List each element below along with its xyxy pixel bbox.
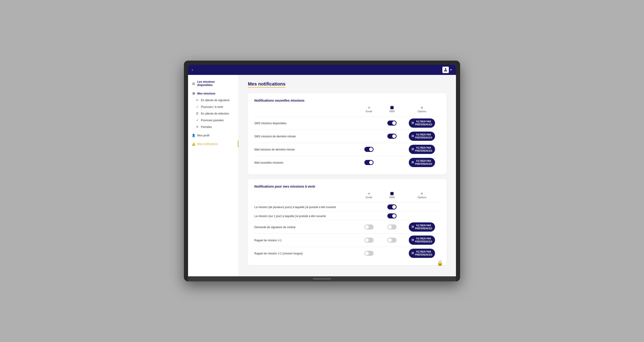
sidebar-label-mon-profil: Mon profil — [197, 134, 210, 137]
filter-btn-rappel-j1-longue[interactable]: ⊟ FILTRER PAR PRÉFÉRENCES — [409, 249, 435, 258]
notif-sms-toggle-rappel-j1[interactable] — [380, 238, 404, 243]
filter-btn-sms-dispo[interactable]: ⊟ FILTRER PAR PRÉFÉRENCES — [409, 118, 435, 128]
toggle-sms-signature-contrat[interactable] — [387, 225, 396, 230]
options-header-label-1: Options — [418, 110, 426, 113]
pourvues-passees-icon: ✓ — [196, 118, 199, 122]
notif-label-text-1-jour: La mission (sur 1 jour) à laquelle j'ai … — [254, 215, 326, 218]
sidebar-item-mes-missions-parent[interactable]: ⊞ Mes missions — [188, 90, 238, 97]
notif-header-options-2: ⚙ Options — [404, 192, 440, 199]
filter-btn-rappel-j1[interactable]: ⊟ FILTRER PAR PRÉFÉRENCES — [409, 236, 435, 245]
sidebar-section-mes-missions: ⊞ Mes missions ✏ En attente de signature… — [188, 90, 238, 130]
filter-label-sms-derniere: FILTRER PAR PRÉFÉRENCES — [415, 133, 432, 139]
pourvues-icon: ✓ — [196, 105, 199, 109]
notif-email-toggle-mail-nouvelles[interactable] — [358, 160, 380, 165]
mes-notifications-icon: 🔔 — [192, 142, 196, 146]
sidebar-section-mes-notifications: 🔔 Mes notifications — [188, 140, 238, 147]
filter-btn-signature-contrat[interactable]: ⊟ FILTRER PAR PRÉFÉRENCES — [409, 222, 435, 232]
toggle-email-mail-nouvelles[interactable] — [364, 160, 374, 165]
notif-email-toggle-rappel-j1-longue[interactable] — [358, 251, 380, 256]
toggle-sms-1-jour[interactable] — [387, 213, 396, 219]
notif-header-email-1: ✉ Email — [358, 106, 380, 113]
notif-row-label-mail-derniere: Mail missions de dernière minute — [254, 147, 358, 151]
toggle-slider-sms-rappel-j1 — [387, 238, 396, 243]
filter-icon-rappel-j1-longue: ⊟ — [412, 251, 414, 255]
notif-label-text-sms-dispo: SMS missions disponibles — [254, 122, 286, 125]
notif-row-label-mail-nouvelles: Mail nouvelles missions — [254, 160, 358, 164]
notif-email-toggle-rappel-j1[interactable] — [358, 238, 380, 243]
section-card-missions-a-venir: Notifications pour mes missions à venir … — [248, 179, 447, 265]
notif-filter-sms-derniere[interactable]: ⊟ FILTRER PAR PRÉFÉRENCES — [404, 132, 440, 141]
notif-filter-rappel-j1[interactable]: ⊟ FILTRER PAR PRÉFÉRENCES — [404, 236, 440, 245]
sidebar-item-mes-notifications[interactable]: 🔔 Mes notifications — [188, 140, 238, 147]
sms-header-icon-2 — [390, 192, 394, 195]
avatar-dropdown-arrow[interactable]: ▼ — [450, 68, 452, 71]
notif-filter-mail-derniere[interactable]: ⊟ FILTRER PAR PRÉFÉRENCES — [404, 145, 440, 154]
notif-row-label-rappel-j1: Rappel de mission J-1 — [254, 238, 358, 242]
sidebar-item-mon-profil[interactable]: 👤 Mon profil — [188, 132, 238, 139]
email-header-label-1: Email — [366, 110, 372, 113]
notif-filter-mail-nouvelles[interactable]: ⊟ FILTRER PAR PRÉFÉRENCES — [404, 158, 440, 167]
sidebar-section-missions-disponibles: ▤ Les missions disponibles — [188, 79, 238, 88]
notif-email-toggle-mail-derniere[interactable] — [358, 147, 380, 152]
toggle-email-rappel-j1-longue[interactable] — [364, 251, 374, 256]
notif-row-label-signature-contrat: Demande de signature de contrat — [254, 225, 358, 229]
notif-row-mission-plusieurs-jours: La mission (de plusieurs jours) à laquel… — [254, 202, 440, 211]
sidebar-label-fermees: Fermées — [201, 125, 212, 129]
toggle-sms-derniere[interactable] — [387, 134, 396, 139]
notif-label-text-sms-derniere: SMS missions de dernière minute — [254, 135, 296, 138]
mes-missions-icon: ⊞ — [192, 92, 196, 95]
filter-icon-sms-derniere: ⊟ — [412, 134, 414, 138]
back-button[interactable]: ‹ — [192, 68, 193, 72]
notif-row-label-plusieurs-jours: La mission (de plusieurs jours) à laquel… — [254, 205, 358, 209]
notif-filter-sms-dispo[interactable]: ⊟ FILTRER PAR PRÉFÉRENCES — [404, 118, 440, 128]
notif-row-mission-1-jour: La mission (sur 1 jour) à laquelle j'ai … — [254, 211, 440, 220]
sidebar-item-pourvues-passees[interactable]: ✓ Pourvues passées — [188, 117, 238, 123]
notif-sms-toggle-sms-derniere[interactable] — [380, 134, 404, 139]
section-card-nouvelles-missions: Notifications nouvelles missions ✉ Email… — [248, 93, 447, 175]
notif-row-mail-derniere: Mail missions de dernière minute ⊟ — [254, 143, 440, 156]
notif-row-sms-missions-disponibles: SMS missions disponibles ⊟ — [254, 116, 440, 129]
sidebar-item-en-attente-signature[interactable]: ✏ En attente de signature — [188, 97, 238, 103]
filter-icon-sms-dispo: ⊟ — [412, 121, 414, 125]
filter-icon-mail-nouvelles: ⊟ — [412, 161, 414, 164]
avatar-icon[interactable] — [442, 67, 449, 73]
sidebar-item-missions-disponibles[interactable]: ▤ Les missions disponibles — [188, 79, 238, 88]
mon-profil-icon: 👤 — [192, 134, 196, 137]
notif-filter-signature-contrat[interactable]: ⊟ FILTRER PAR PRÉFÉRENCES — [404, 222, 440, 232]
sidebar-label-pourvues-a-venir: Pourvues / à venir — [201, 105, 223, 109]
email-header-icon-2: ✉ — [368, 192, 370, 195]
toggle-sms-rappel-j1[interactable] — [387, 238, 396, 243]
filter-btn-mail-nouvelles[interactable]: ⊟ FILTRER PAR PRÉFÉRENCES — [409, 158, 435, 167]
sidebar-item-en-attente-selection[interactable]: ☰ En attente de sélection — [188, 110, 238, 117]
notif-email-toggle-signature-contrat[interactable] — [358, 225, 380, 230]
filter-label-mail-nouvelles: FILTRER PAR PRÉFÉRENCES — [415, 159, 432, 165]
notif-sms-toggle-sms-dispo[interactable] — [380, 120, 404, 126]
notif-header-options-1: ⚙ Options — [404, 106, 440, 113]
notif-sms-toggle-signature-contrat[interactable] — [380, 225, 404, 230]
toggle-sms-plusieurs-jours[interactable] — [387, 204, 396, 210]
sms-header-label-1: SMS — [389, 110, 395, 113]
filter-btn-sms-derniere[interactable]: ⊟ FILTRER PAR PRÉFÉRENCES — [409, 132, 435, 141]
content-area: ▤ Les missions disponibles ⊞ Mes mission… — [188, 75, 456, 276]
toggle-sms-dispo[interactable] — [387, 120, 396, 126]
toggle-email-mail-derniere[interactable] — [364, 147, 374, 152]
notif-row-mail-nouvelles: Mail nouvelles missions ⊟ — [254, 156, 440, 169]
sidebar-item-fermees[interactable]: ✕ Fermées — [188, 123, 238, 130]
toggle-slider-sms-plusieurs-jours — [387, 204, 396, 210]
notif-header-sms-2: SMS — [380, 192, 404, 199]
toggle-email-signature-contrat[interactable] — [364, 225, 374, 230]
toggle-email-rappel-j1[interactable] — [364, 238, 374, 243]
notif-sms-toggle-plusieurs-jours[interactable] — [380, 204, 404, 210]
email-header-icon-1: ✉ — [368, 106, 370, 109]
toggle-slider-email-rappel-j1-longue — [364, 251, 374, 256]
laptop-container: ‹ ▼ ▤ Les missions disponibles — [184, 61, 460, 281]
sidebar-item-pourvues-a-venir[interactable]: ✓ Pourvues / à venir — [188, 103, 238, 110]
notif-sms-toggle-1-jour[interactable] — [380, 213, 404, 219]
notif-filter-rappel-j1-longue[interactable]: ⊟ FILTRER PAR PRÉFÉRENCES — [404, 249, 440, 258]
filter-icon-signature-contrat: ⊟ — [412, 225, 414, 229]
filter-btn-mail-derniere[interactable]: ⊟ FILTRER PAR PRÉFÉRENCES — [409, 145, 435, 154]
toggle-slider-email-mail-nouvelles — [364, 160, 374, 165]
filter-icon-rappel-j1: ⊟ — [412, 238, 414, 242]
toggle-slider-sms-signature-contrat — [387, 225, 396, 230]
toggle-slider-email-signature-contrat — [364, 225, 374, 230]
